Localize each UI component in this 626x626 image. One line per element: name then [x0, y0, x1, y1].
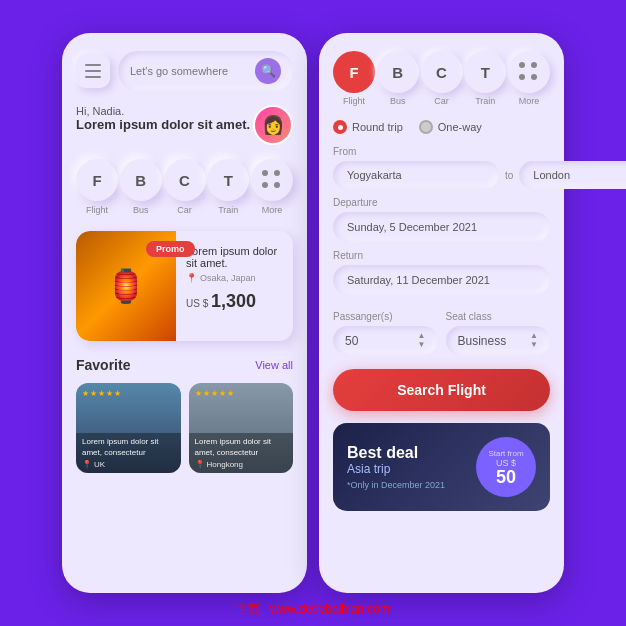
- cat-flight-label: Flight: [86, 205, 108, 215]
- cat-more-label: More: [262, 205, 283, 215]
- seat-class-arrows: ▲ ▼: [530, 332, 538, 349]
- price-currency: US $: [496, 458, 516, 468]
- fav-card-hk[interactable]: ★★★★★ Lorem ipsum dolor sit amet, consec…: [189, 383, 294, 473]
- promo-location: 📍 Osaka, Japan: [186, 273, 283, 283]
- cat-train[interactable]: T Train: [207, 159, 249, 215]
- to-city-input[interactable]: [519, 161, 626, 189]
- nav-more-label: More: [519, 96, 540, 106]
- cat-car-label: Car: [177, 205, 192, 215]
- menu-button[interactable]: [76, 54, 110, 88]
- nav-car[interactable]: C Car: [421, 51, 463, 106]
- from-label: From: [333, 146, 550, 157]
- nav-train-label: Train: [475, 96, 495, 106]
- nav-flight-icon: F: [333, 51, 375, 93]
- departure-label: Departure: [333, 197, 550, 208]
- cat-car[interactable]: C Car: [164, 159, 206, 215]
- passengers-value: 50: [345, 334, 358, 348]
- seat-class-spinner: Business ▲ ▼: [446, 326, 551, 355]
- nav-car-label: Car: [434, 96, 449, 106]
- cat-more[interactable]: More: [251, 159, 293, 215]
- fav-desc-2: Lorem ipsum dolor sit amet, consectetur: [195, 437, 288, 458]
- fav-stars-2: ★★★★★: [195, 389, 234, 398]
- nav-flight-label: Flight: [343, 96, 365, 106]
- passengers-label: Passanger(s): [333, 311, 438, 322]
- search-bar: 🔍: [76, 51, 293, 91]
- nav-flight[interactable]: F Flight: [333, 51, 375, 106]
- best-deal-price-badge: Start from US $ 50: [476, 437, 536, 497]
- one-way-option[interactable]: One-way: [419, 120, 482, 134]
- nav-more[interactable]: More: [508, 51, 550, 106]
- best-deal-subtitle: Asia trip: [347, 462, 445, 476]
- user-avatar[interactable]: 👩: [253, 105, 293, 145]
- search-input-wrap: 🔍: [118, 51, 293, 91]
- view-all-link[interactable]: View all: [255, 359, 293, 371]
- seat-class-down[interactable]: ▼: [530, 341, 538, 349]
- from-city-input[interactable]: [333, 161, 499, 189]
- passengers-up[interactable]: ▲: [418, 332, 426, 340]
- search-input[interactable]: [130, 65, 255, 77]
- seat-class-up[interactable]: ▲: [530, 332, 538, 340]
- nav-train-icon: T: [464, 51, 506, 93]
- best-deal-text: Best deal Asia trip *Only in December 20…: [347, 444, 445, 490]
- cat-train-label: Train: [218, 205, 238, 215]
- passengers-down[interactable]: ▼: [418, 341, 426, 349]
- nav-car-icon: C: [421, 51, 463, 93]
- more-icon: [251, 159, 293, 201]
- fav-loc-1: 📍UK: [82, 460, 175, 469]
- categories-left: F Flight B Bus C Car T Train: [76, 159, 293, 215]
- nav-more-icon: [508, 51, 550, 93]
- search-flight-button[interactable]: Search Flight: [333, 369, 550, 411]
- greeting-body: Lorem ipsum dolor sit amet.: [76, 117, 250, 132]
- top-nav-right: F Flight B Bus C Car T Train: [333, 51, 550, 106]
- nav-train[interactable]: T Train: [464, 51, 506, 106]
- promo-badge: Promo: [146, 241, 195, 257]
- round-trip-label: Round trip: [352, 121, 403, 133]
- trip-type-selector: Round trip One-way: [333, 120, 550, 134]
- nav-bus[interactable]: B Bus: [377, 51, 419, 106]
- fav-card-uk[interactable]: ★★★★★ Lorem ipsum dolor sit amet, consec…: [76, 383, 181, 473]
- price-start-label: Start from: [488, 449, 523, 458]
- seat-class-value: Business: [458, 334, 507, 348]
- fav-loc-2: 📍Hongkong: [195, 460, 288, 469]
- flight-icon: F: [76, 159, 118, 201]
- return-date-input[interactable]: [333, 265, 550, 295]
- favorites-grid: ★★★★★ Lorem ipsum dolor sit amet, consec…: [76, 383, 293, 473]
- search-icon-button[interactable]: 🔍: [255, 58, 281, 84]
- passengers-group: Passanger(s) 50 ▲ ▼: [333, 303, 438, 355]
- passengers-spinner: 50 ▲ ▼: [333, 326, 438, 355]
- left-phone: 🔍 Hi, Nadia. Lorem ipsum dolor sit amet.…: [62, 33, 307, 593]
- best-deal-note: *Only in December 2021: [347, 480, 445, 490]
- greeting-section: Hi, Nadia. Lorem ipsum dolor sit amet. 👩: [76, 105, 293, 145]
- best-deal-title: Best deal: [347, 444, 445, 462]
- greeting-hi: Hi, Nadia.: [76, 105, 250, 117]
- watermark: 主页_ www.dedebaibian.com: [236, 601, 390, 618]
- cat-flight[interactable]: F Flight: [76, 159, 118, 215]
- fav-desc-1: Lorem ipsum dolor sit amet, consectetur: [82, 437, 175, 458]
- one-way-label: One-way: [438, 121, 482, 133]
- favorites-title: Favorite: [76, 357, 130, 373]
- train-icon: T: [207, 159, 249, 201]
- best-deal-card[interactable]: Best deal Asia trip *Only in December 20…: [333, 423, 550, 511]
- one-way-radio[interactable]: [419, 120, 433, 134]
- cat-bus-label: Bus: [133, 205, 149, 215]
- nav-bus-icon: B: [377, 51, 419, 93]
- spinners-row: Passanger(s) 50 ▲ ▼ Seat class Business: [333, 303, 550, 355]
- round-trip-radio[interactable]: [333, 120, 347, 134]
- seat-class-group: Seat class Business ▲ ▼: [446, 303, 551, 355]
- round-trip-option[interactable]: Round trip: [333, 120, 403, 134]
- to-separator: to: [505, 170, 513, 181]
- from-to-row: to <>: [333, 161, 550, 189]
- car-icon: C: [164, 159, 206, 201]
- favorites-header: Favorite View all: [76, 357, 293, 373]
- return-label: Return: [333, 250, 550, 261]
- promo-title: Lorem ipsum dolor sit amet.: [186, 245, 283, 269]
- cat-bus[interactable]: B Bus: [120, 159, 162, 215]
- seat-class-label: Seat class: [446, 311, 551, 322]
- nav-bus-label: Bus: [390, 96, 406, 106]
- bus-icon: B: [120, 159, 162, 201]
- right-phone: F Flight B Bus C Car T Train: [319, 33, 564, 593]
- departure-date-input[interactable]: [333, 212, 550, 242]
- promo-card[interactable]: 🏮 Promo Lorem ipsum dolor sit amet. 📍 Os…: [76, 231, 293, 341]
- fav-stars-1: ★★★★★: [82, 389, 121, 398]
- passengers-arrows: ▲ ▼: [418, 332, 426, 349]
